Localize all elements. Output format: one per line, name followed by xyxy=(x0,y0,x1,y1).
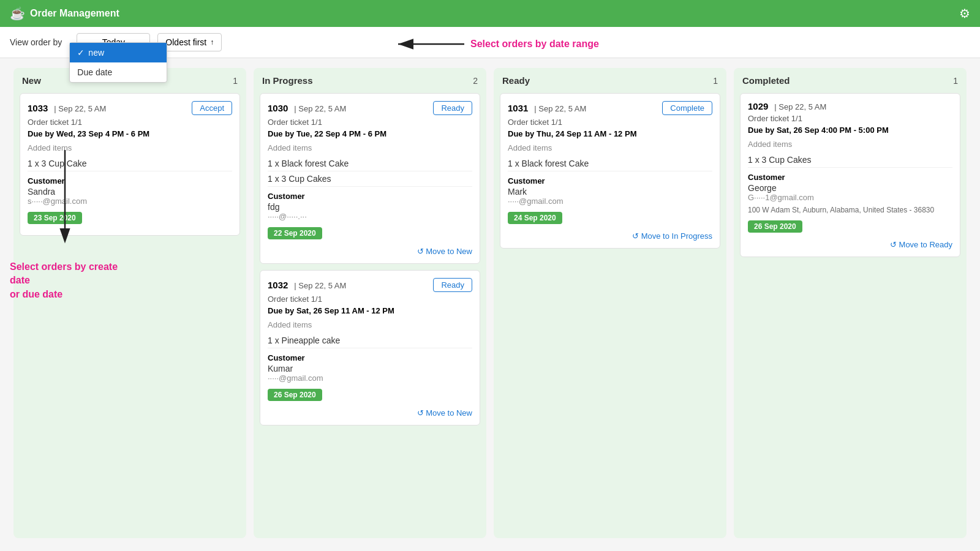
order-id-group-1032: 1032 | Sep 22, 5 AM xyxy=(268,280,346,290)
checkmark-icon: ✓ xyxy=(77,48,85,58)
card-top-1032: 1032 | Sep 22, 5 AM Ready xyxy=(268,278,472,292)
order-card-1031: 1031 | Sep 22, 5 AM Complete Order ticke… xyxy=(500,93,720,249)
customer-name-1033: Sandra xyxy=(28,187,232,197)
customer-email-1030: ·····@·····.··· xyxy=(268,212,472,221)
column-count-ready: 1 xyxy=(713,76,718,86)
order-id-1030: 1030 xyxy=(268,103,288,113)
customer-address-1029: 100 W Adam St, Auburn, Alabama, United S… xyxy=(748,206,952,214)
move-action-1032[interactable]: ↺ Move to New xyxy=(268,408,472,418)
column-count-new: 1 xyxy=(233,76,238,86)
sort-label: Oldest first xyxy=(165,37,206,47)
ticket-info-1030: Order ticket 1/1 xyxy=(268,118,472,127)
column-count-completed: 1 xyxy=(953,76,958,86)
date-badge-1033: 23 Sep 2020 xyxy=(28,212,82,224)
customer-label-1033: Customer xyxy=(28,176,232,186)
move-action-1029[interactable]: ↺ Move to Ready xyxy=(748,240,952,249)
date-badge-1029: 26 Sep 2020 xyxy=(748,220,802,233)
ticket-info-1033: Order ticket 1/1 xyxy=(28,118,232,127)
settings-icon[interactable]: ⚙ xyxy=(959,6,970,21)
column-new: New 1 1033 | Sep 22, 5 AM Accept Order t… xyxy=(13,68,246,538)
column-body-ready: 1031 | Sep 22, 5 AM Complete Order ticke… xyxy=(494,93,726,538)
order-id-group-1031: 1031 | Sep 22, 5 AM xyxy=(508,103,586,113)
order-date-1031: | Sep 22, 5 AM xyxy=(534,104,586,113)
customer-email-1029: G·····1@gmail.com xyxy=(748,193,952,202)
dropdown-item-due-date-label: Due date xyxy=(77,67,112,77)
customer-name-1029: George xyxy=(748,183,952,193)
item-line: 1 x 3 Cup Cake xyxy=(28,156,232,171)
due-info-1030: Due by Tue, 22 Sep 4 PM - 6 PM xyxy=(268,129,472,138)
column-title-completed: Completed xyxy=(742,75,790,86)
action-btn-1033[interactable]: Accept xyxy=(192,101,232,115)
customer-label-1029: Customer xyxy=(748,173,952,182)
app-icon: ☕ xyxy=(10,6,25,21)
due-info-1031: Due by Thu, 24 Sep 11 AM - 12 PM xyxy=(508,129,712,138)
column-title-in-progress: In Progress xyxy=(262,75,313,86)
sort-direction-icon: ↑ xyxy=(210,38,214,47)
order-date-1029: | Sep 22, 5 AM xyxy=(774,102,826,111)
item-line: 1 x Black forest Cake xyxy=(508,156,712,171)
main-content: Select orders by create date or due date… xyxy=(0,58,980,548)
move-action-1030[interactable]: ↺ Move to New xyxy=(268,247,472,256)
date-badge-1030: 22 Sep 2020 xyxy=(268,227,322,239)
action-btn-1030[interactable]: Ready xyxy=(433,101,472,115)
item-line: 1 x Pineapple cake xyxy=(268,333,472,348)
customer-email-1033: s·····@gmail.com xyxy=(28,197,232,206)
app-title-group: ☕ Order Management xyxy=(10,6,119,21)
column-body-in-progress: 1030 | Sep 22, 5 AM Ready Order ticket 1… xyxy=(254,93,486,538)
view-order-by-label: View order by xyxy=(10,37,62,47)
customer-label-1032: Customer xyxy=(268,353,472,362)
column-header-in-progress: In Progress 2 xyxy=(254,68,486,93)
sort-button[interactable]: Oldest first ↑ xyxy=(157,33,222,51)
order-card-1032: 1032 | Sep 22, 5 AM Ready Order ticket 1… xyxy=(260,270,480,425)
column-completed: Completed 1 1029 | Sep 22, 5 AM Order ti… xyxy=(734,68,967,538)
ticket-info-1031: Order ticket 1/1 xyxy=(508,118,712,127)
app-title: Order Management xyxy=(30,8,119,19)
column-title-ready: Ready xyxy=(502,75,530,86)
added-items-label-1033: Added items xyxy=(28,143,232,152)
due-info-1032: Due by Sat, 26 Sep 11 AM - 12 PM xyxy=(268,306,472,315)
column-header-completed: Completed 1 xyxy=(734,68,967,93)
due-info-1033: Due by Wed, 23 Sep 4 PM - 6 PM xyxy=(28,129,232,138)
added-items-label-1031: Added items xyxy=(508,143,712,152)
order-id-1031: 1031 xyxy=(508,103,528,113)
dropdown-item-due-date[interactable]: Due date xyxy=(70,62,167,82)
date-badge-1032: 26 Sep 2020 xyxy=(268,389,322,401)
card-top-1030: 1030 | Sep 22, 5 AM Ready xyxy=(268,101,472,115)
item-line: 1 x Black forest Cake xyxy=(268,156,472,171)
customer-name-1031: Mark xyxy=(508,187,712,197)
order-card-1029: 1029 | Sep 22, 5 AM Order ticket 1/1 Due… xyxy=(740,93,960,257)
customer-email-1031: ·····@gmail.com xyxy=(508,197,712,206)
date-badge-1031: 24 Sep 2020 xyxy=(508,212,562,224)
action-btn-1032[interactable]: Ready xyxy=(433,278,472,292)
ticket-info-1032: Order ticket 1/1 xyxy=(268,294,472,304)
column-header-ready: Ready 1 xyxy=(494,68,726,93)
columns-container: New 1 1033 | Sep 22, 5 AM Accept Order t… xyxy=(10,68,970,538)
column-ready: Ready 1 1031 | Sep 22, 5 AM Complete Ord… xyxy=(494,68,726,538)
order-date-1032: | Sep 22, 5 AM xyxy=(294,281,346,290)
order-id-1029: 1029 xyxy=(748,101,768,111)
customer-label-1030: Customer xyxy=(268,192,472,201)
move-action-1031[interactable]: ↺ Move to In Progress xyxy=(508,231,712,241)
column-in-progress: In Progress 2 1030 | Sep 22, 5 AM Ready … xyxy=(254,68,486,538)
order-card-1030: 1030 | Sep 22, 5 AM Ready Order ticket 1… xyxy=(260,93,480,264)
added-items-label-1032: Added items xyxy=(268,320,472,329)
action-btn-1031[interactable]: Complete xyxy=(662,101,712,115)
customer-label-1031: Customer xyxy=(508,176,712,186)
date-range-arrow xyxy=(392,32,466,56)
order-id-group-1030: 1030 | Sep 22, 5 AM xyxy=(268,103,346,113)
item-line: 1 x 3 Cup Cakes xyxy=(748,152,952,168)
ticket-info-1029: Order ticket 1/1 xyxy=(748,114,952,123)
dropdown-item-created-date-label: new xyxy=(88,48,104,58)
order-date-1030: | Sep 22, 5 AM xyxy=(294,104,346,113)
order-id-group-1033: 1033 | Sep 22, 5 AM xyxy=(28,103,106,113)
order-date-1033: | Sep 22, 5 AM xyxy=(54,104,106,113)
customer-name-1032: Kumar xyxy=(268,364,472,373)
column-title-new: New xyxy=(22,75,41,86)
card-top-1033: 1033 | Sep 22, 5 AM Accept xyxy=(28,101,232,115)
dropdown-item-created-date[interactable]: ✓ new xyxy=(70,43,167,62)
column-count-in-progress: 2 xyxy=(473,76,478,86)
added-items-label-1029: Added items xyxy=(748,140,952,149)
added-items-label-1030: Added items xyxy=(268,143,472,152)
item-line: 1 x 3 Cup Cakes xyxy=(268,171,472,187)
order-card-1033: 1033 | Sep 22, 5 AM Accept Order ticket … xyxy=(20,93,240,236)
